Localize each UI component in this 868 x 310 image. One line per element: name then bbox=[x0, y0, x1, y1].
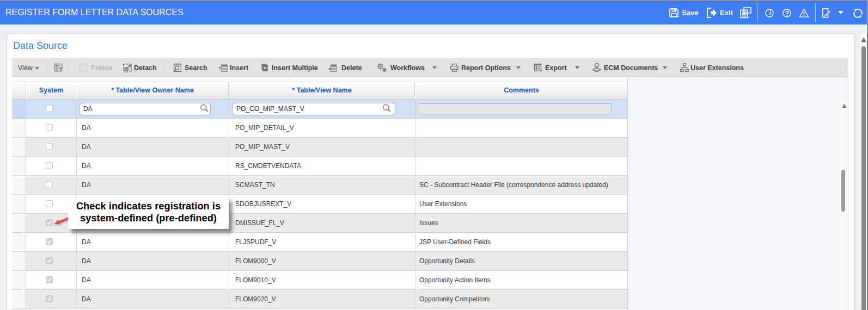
svg-text:?: ? bbox=[785, 10, 789, 17]
svg-text:i: i bbox=[769, 9, 771, 17]
